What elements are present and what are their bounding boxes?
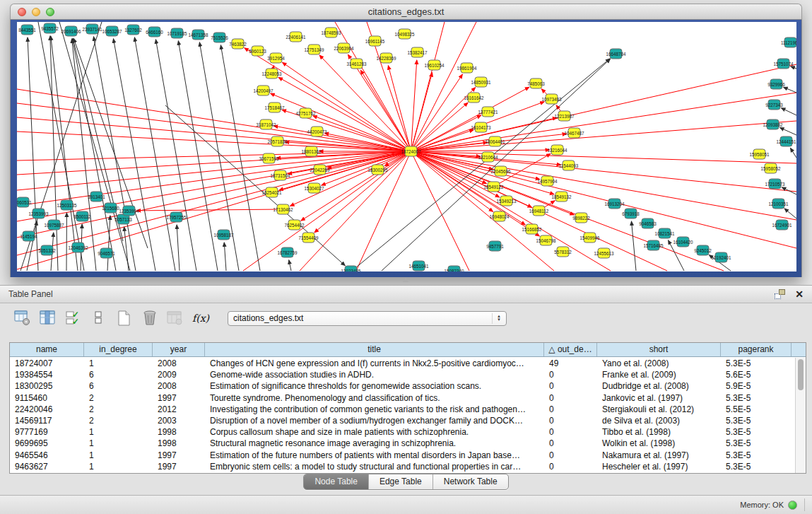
graph-edge[interactable] <box>780 127 796 135</box>
minimize-window-icon[interactable] <box>32 8 40 16</box>
graph-edge[interactable] <box>781 108 796 115</box>
graph-edge[interactable] <box>17 151 411 221</box>
table-cell: de Silva et al. (2003) <box>597 415 721 426</box>
graph-node-label: 9435572 <box>41 26 59 31</box>
graph-node-label: 3912954 <box>267 56 285 61</box>
graph-edge[interactable] <box>113 39 155 271</box>
graph-edge[interactable] <box>782 187 796 194</box>
window-title: citations_edges.txt <box>11 6 801 17</box>
table-cell: Investigating the contribution of common… <box>205 404 544 415</box>
graph-edge[interactable] <box>59 22 130 271</box>
graph-edge[interactable] <box>632 221 636 271</box>
graph-node-label: 16961145 <box>365 39 385 44</box>
graph-edge[interactable] <box>791 66 796 69</box>
column-header[interactable]: pagerank <box>721 343 792 356</box>
graph-edge[interactable] <box>784 209 796 218</box>
graph-node-label: 12503135 <box>57 203 77 208</box>
tab-network-table[interactable]: Network Table <box>433 474 508 489</box>
column-header[interactable]: name <box>10 343 84 356</box>
table-cell: 9777169 <box>10 426 84 438</box>
graph-node-label: 16782759 <box>277 250 298 255</box>
graph-edge[interactable] <box>17 89 411 151</box>
close-window-icon[interactable] <box>18 8 26 16</box>
graph-edge[interactable] <box>348 54 411 151</box>
graph-node-label: 22045696 <box>490 169 511 174</box>
table-vertical-scrollbar[interactable] <box>795 358 806 473</box>
table-row[interactable]: 1830029562008Estimation of significance … <box>10 380 795 392</box>
graph-edge[interactable] <box>411 150 550 151</box>
close-panel-icon[interactable]: ✕ <box>795 289 804 299</box>
graph-node-label: 10653287 <box>102 29 122 34</box>
table-cell: 9465546 <box>10 450 84 461</box>
column-header[interactable]: short <box>597 343 721 356</box>
graph-node-label: 18064461 <box>485 139 505 144</box>
graph-edge[interactable] <box>411 121 797 151</box>
table-row[interactable]: 946554611997Estimation of the future num… <box>10 450 795 461</box>
graph-edge[interactable] <box>17 151 411 238</box>
show-columns-icon[interactable] <box>40 309 57 327</box>
column-header[interactable]: △ out_de… <box>544 343 597 356</box>
table-row[interactable]: 1456911722003Disruption of a novel membe… <box>10 415 795 426</box>
delete-column-icon[interactable] <box>141 309 158 327</box>
column-header[interactable]: in_degree <box>84 343 153 356</box>
graph-edge[interactable] <box>50 36 58 271</box>
column-header[interactable]: year <box>153 343 205 356</box>
graph-edge[interactable] <box>134 37 175 271</box>
network-canvas[interactable]: 8443551943557220691406239371411065328713… <box>17 22 796 271</box>
window-titlebar[interactable]: citations_edges.txt <box>10 4 802 20</box>
column-header[interactable]: title <box>205 343 544 356</box>
graph-edge[interactable] <box>411 60 417 151</box>
graph-edge[interactable] <box>784 87 796 93</box>
cells-icon[interactable] <box>90 309 107 327</box>
table-settings-icon[interactable] <box>14 309 31 327</box>
graph-edge[interactable] <box>136 209 283 211</box>
citation-network-graph[interactable]: 8443551943557220691406239371411065328713… <box>17 22 796 271</box>
graph-edge[interactable] <box>177 225 180 271</box>
panel-splitter[interactable] <box>0 277 812 285</box>
graph-edge[interactable] <box>289 260 291 271</box>
graph-node-label: 18748593 <box>321 30 341 35</box>
table-cell: Nakamura et al. (1997) <box>597 450 721 461</box>
graph-edge[interactable] <box>72 39 96 271</box>
graph-node-label: 15349213 <box>496 199 517 204</box>
table-cell: 2009 <box>153 369 205 380</box>
delete-table-icon[interactable] <box>167 309 184 327</box>
function-builder-icon[interactable]: f(x) <box>192 309 209 327</box>
graph-node-label: 15166852 <box>522 227 542 232</box>
table-selector-dropdown[interactable]: citations_edges.txt ▲▼ <box>228 311 507 326</box>
graph-node-label: 9898222 <box>572 216 590 221</box>
graph-node-label: 15409946 <box>579 235 600 240</box>
table-cell: Hescheler et al. (1997) <box>597 461 721 472</box>
table-cell: 18724007 <box>10 358 84 369</box>
tab-node-table[interactable]: Node Table <box>304 474 368 489</box>
float-panel-icon[interactable] <box>775 289 785 299</box>
status-bar: Memory: OK <box>0 495 812 514</box>
graph-edge[interactable] <box>411 22 445 151</box>
graph-edge[interactable] <box>411 74 463 151</box>
graph-edge[interactable] <box>388 66 411 151</box>
select-rows-icon[interactable]: ✓✓ <box>65 309 82 327</box>
graph-edge[interactable] <box>411 151 470 271</box>
graph-node-label: 14671358 <box>188 33 208 37</box>
graph-edge[interactable] <box>314 151 411 233</box>
table-row[interactable]: 2242004622012Investigating the contribut… <box>10 404 795 415</box>
scrollbar-thumb[interactable] <box>798 359 804 390</box>
graph-edge[interactable] <box>107 216 110 271</box>
graph-edge[interactable] <box>224 243 226 271</box>
graph-edge[interactable] <box>155 40 196 271</box>
tab-edge-table[interactable]: Edge Table <box>368 474 433 489</box>
table-row[interactable]: 911546021997Tourette syndrome. Phenomeno… <box>10 392 795 404</box>
graph-edge[interactable] <box>411 64 797 151</box>
table-row[interactable]: 977716911998Corpus callosum shape and si… <box>10 426 795 438</box>
graph-edge[interactable] <box>790 148 796 158</box>
table-row[interactable]: 969969511998Structural magnetic resonanc… <box>10 438 795 449</box>
graph-edge[interactable] <box>38 22 84 271</box>
graph-node-label: 1145194 <box>20 234 37 239</box>
graph-node-label: 9245012 <box>694 248 712 253</box>
table-row[interactable]: 1872400712008Changes of HCN gene express… <box>10 358 795 369</box>
table-row[interactable]: 1938455462009Genome-wide association stu… <box>10 369 795 380</box>
zoom-window-icon[interactable] <box>46 8 54 16</box>
new-column-icon[interactable] <box>116 309 133 327</box>
graph-edge[interactable] <box>17 151 411 190</box>
table-row[interactable]: 946362711997Embryonic stem cells: a mode… <box>10 461 795 472</box>
